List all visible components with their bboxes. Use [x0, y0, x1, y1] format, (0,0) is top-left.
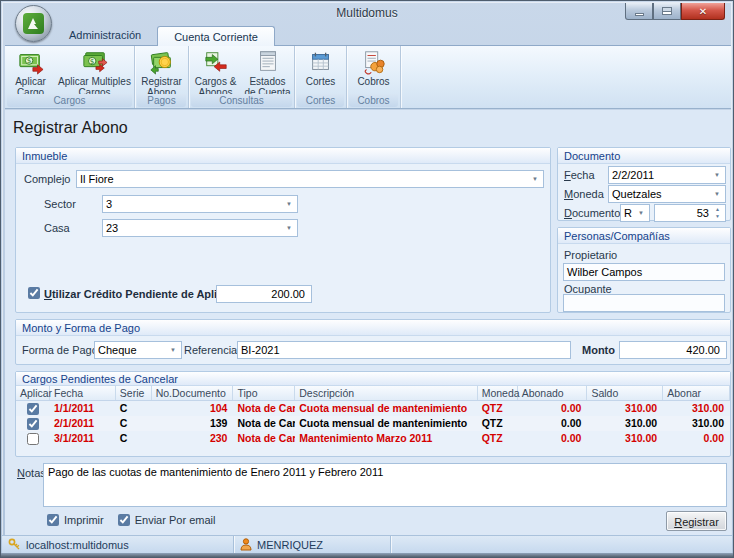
documento-serie-combobox[interactable]: R ▼: [620, 204, 650, 222]
ribbon-group-caption: Pagos: [137, 94, 186, 107]
utilizar-credito-checkbox[interactable]: [28, 287, 40, 299]
money-coin-icon: [148, 49, 176, 75]
referencia-field[interactable]: BI-2021: [237, 341, 571, 359]
column-header-saldo[interactable]: Saldo: [587, 386, 663, 400]
forma-de-pago-value: Cheque: [98, 344, 137, 356]
cell-tipo: Nota de Cargo: [233, 416, 295, 431]
tab-administracion[interactable]: Administración: [53, 25, 157, 45]
svg-text:$: $: [89, 57, 94, 66]
cargos-pendientes-groupbox: Cargos Pendientes de Cancelar Aplicar Fe…: [15, 371, 731, 457]
minimize-icon: [635, 13, 644, 16]
complejo-combobox[interactable]: Il Fiore ▼: [76, 170, 544, 188]
documento-numero-spinner[interactable]: 53 ▲▼: [654, 204, 726, 222]
enviar-email-label: Enviar Por email: [135, 514, 216, 526]
cell-descripcion: Cuota mensual de mantenimiento: [295, 401, 477, 416]
chevron-down-icon: ▼: [711, 167, 723, 183]
inmueble-group-title: Inmueble: [16, 148, 550, 164]
cell-serie: C: [116, 401, 152, 416]
cell-saldo: 310.00: [587, 416, 663, 431]
column-header-serie[interactable]: Serie: [116, 386, 152, 400]
sector-combobox[interactable]: 3 ▼: [102, 195, 298, 213]
table-header: Aplicar Fecha Serie No.Documento Tipo De…: [16, 386, 730, 401]
application-window: Multidomus ✕ Administración Cuenta Corri…: [0, 0, 734, 558]
row-aplicar-checkbox[interactable]: [27, 403, 39, 415]
maximize-button[interactable]: [653, 3, 681, 20]
cargos-abonos-button[interactable]: Cargos & Abonos: [190, 48, 242, 99]
cell-moneda: QTZ: [478, 431, 518, 446]
forma-de-pago-label: Forma de Pago: [22, 344, 98, 356]
documento-numero-value: 53: [697, 207, 709, 219]
registrar-abono-button[interactable]: Registrar Abono: [136, 48, 188, 99]
registrar-button[interactable]: Registrar: [666, 511, 727, 531]
cell-abonado: 0.00: [518, 431, 588, 446]
application-menu-button[interactable]: [15, 5, 52, 42]
cell-abonar: 0.00: [663, 431, 730, 446]
cell-no-documento: 104: [152, 401, 234, 416]
monto-label: Monto: [582, 344, 615, 356]
cell-tipo: Nota de Cargo: [233, 431, 295, 446]
connection-text: localhost:multidomus: [26, 539, 129, 551]
column-header-tipo[interactable]: Tipo: [233, 386, 295, 400]
table-row[interactable]: 1/1/2011 C 104 Nota de Cargo Cuota mensu…: [16, 401, 730, 416]
ribbon-group-caption: Cobros: [349, 94, 398, 107]
sector-value: 3: [106, 198, 112, 210]
aplicar-cargo-button[interactable]: $ Aplicar Cargo: [6, 48, 56, 99]
column-header-abonar[interactable]: Abonar: [663, 386, 730, 400]
inmueble-groupbox: Inmueble Complejo Il Fiore ▼ Sector 3 ▼ …: [15, 147, 551, 313]
moneda-combobox[interactable]: Quetzales ▼: [608, 185, 726, 203]
cell-serie: C: [116, 431, 152, 446]
fecha-datepicker[interactable]: 2/2/2011 ▼: [608, 166, 726, 184]
notas-textarea[interactable]: Pago de las cuotas de mantenimiento de E…: [43, 463, 727, 507]
cell-abonado: 0.00: [518, 401, 588, 416]
cobros-button[interactable]: Cobros: [349, 48, 399, 88]
column-header-aplicar[interactable]: Aplicar: [16, 386, 50, 400]
user-status-section: MENRIQUEZ: [234, 536, 391, 553]
column-header-descripcion[interactable]: Descripción: [295, 386, 477, 400]
row-aplicar-checkbox[interactable]: [27, 433, 39, 445]
monto-field[interactable]: 420.00: [619, 341, 727, 359]
credito-amount-field[interactable]: 200.00: [216, 285, 312, 303]
aplicar-multiples-cargos-button[interactable]: $ Aplicar Multiples Cargos: [56, 48, 134, 99]
chevron-down-icon: ▼: [529, 171, 541, 187]
cell-fecha: 1/1/2011: [50, 401, 116, 416]
user-icon: [240, 538, 252, 551]
estados-de-cuenta-button[interactable]: Estados de Cuenta: [242, 48, 294, 99]
ribbon-group-cortes: Cortes Cortes: [295, 46, 347, 108]
ribbon-group-consultas: Cargos & Abonos Estados de Cuenta Consul…: [189, 46, 295, 108]
connection-status-section: localhost:multidomus: [2, 536, 234, 553]
table-row[interactable]: 3/1/2011 C 230 Nota de Cargo Mantenimien…: [16, 431, 730, 446]
calendar-icon: [307, 49, 335, 75]
cell-no-documento: 230: [152, 431, 234, 446]
fecha-value: 2/2/2011: [612, 169, 654, 181]
tab-cuenta-corriente[interactable]: Cuenta Corriente: [157, 26, 275, 46]
minimize-button[interactable]: [625, 3, 653, 20]
ocupante-field[interactable]: [563, 294, 725, 312]
column-header-abonado[interactable]: Abonado: [518, 386, 588, 400]
imprimir-label: Imprimir: [64, 514, 104, 526]
collections-coins-icon: [360, 49, 388, 75]
spinner-arrows-icon[interactable]: ▲▼: [712, 206, 723, 220]
forma-de-pago-combobox[interactable]: Cheque ▼: [94, 341, 182, 359]
window-bottom-edge: [1, 553, 733, 557]
key-icon: [8, 538, 21, 551]
enviar-email-checkbox[interactable]: [118, 514, 130, 526]
moneda-value: Quetzales: [612, 188, 662, 200]
close-button[interactable]: ✕: [681, 3, 725, 20]
column-header-moneda[interactable]: Moneda: [478, 386, 518, 400]
chevron-down-icon: ▼: [283, 220, 295, 236]
table-row[interactable]: 2/1/2011 C 139 Nota de Cargo Cuota mensu…: [16, 416, 730, 431]
column-header-fecha[interactable]: Fecha: [50, 386, 116, 400]
ribbon-tab-strip: Administración Cuenta Corriente: [5, 24, 729, 45]
casa-label: Casa: [44, 222, 70, 234]
propietario-field[interactable]: Wilber Campos: [563, 263, 725, 281]
imprimir-checkbox[interactable]: [47, 514, 59, 526]
cortes-button[interactable]: Cortes: [297, 48, 345, 88]
documento-groupbox: Documento Fecha 2/2/2011 ▼ Moneda Quetza…: [557, 147, 731, 221]
window-title: Multidomus: [1, 6, 733, 20]
column-header-no-documento[interactable]: No.Documento: [152, 386, 234, 400]
statement-document-icon: [254, 49, 282, 75]
user-text: MENRIQUEZ: [257, 539, 323, 551]
row-aplicar-checkbox[interactable]: [27, 418, 39, 430]
casa-combobox[interactable]: 23 ▼: [102, 219, 298, 237]
close-icon: ✕: [699, 6, 707, 17]
